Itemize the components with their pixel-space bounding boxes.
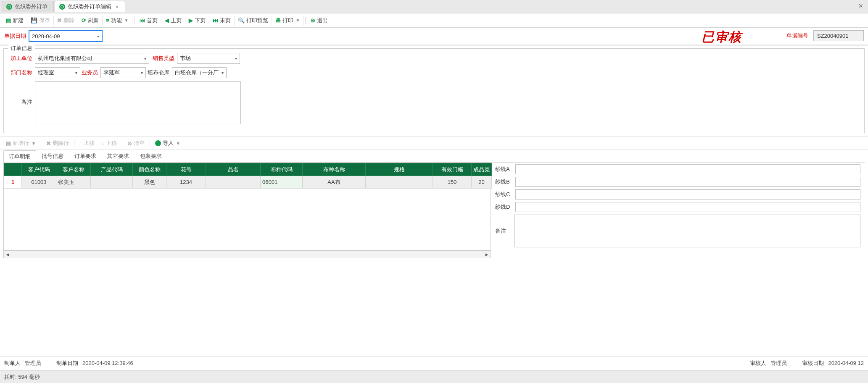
tab-order-detail[interactable]: 订单明细	[3, 150, 36, 163]
tab-label: 色织委外订单编辑	[68, 3, 111, 10]
cell-valid-width[interactable]: 150	[433, 176, 472, 189]
exit-button[interactable]: ⊗退出	[307, 16, 331, 26]
yarn-c-input[interactable]	[515, 189, 860, 199]
function-button[interactable]: ≡功能▼	[103, 16, 132, 26]
yarn-a-label: 纱线A	[495, 165, 515, 173]
exit-icon: ⊗	[311, 17, 315, 24]
footer: 制单人管理员 制单日期2020-04-09 12:39:46 审核人管理员 审核…	[0, 356, 868, 370]
col-product-name[interactable]: 品名	[206, 163, 261, 176]
scroll-right-icon[interactable]: ►	[483, 252, 491, 257]
first-icon: ⏮	[140, 17, 145, 24]
yarn-b-input[interactable]	[515, 177, 860, 187]
cell-color-name[interactable]: 黑色	[133, 176, 166, 189]
maker-label: 制单人	[4, 359, 21, 367]
col-fabric-code[interactable]: 布种代码	[261, 163, 303, 176]
delete-button: ✖删除	[54, 16, 78, 26]
prev-button[interactable]: ◀上页	[161, 16, 185, 26]
new-button[interactable]: ▤新建	[3, 16, 27, 26]
chevron-down-icon: ▾	[95, 34, 99, 39]
col-customer-name[interactable]: 客户名称	[56, 163, 91, 176]
detail-tabs: 订单明细 批号信息 订单要求 其它要求 包装要求	[3, 150, 865, 163]
tab-order-require[interactable]: 订单要求	[69, 150, 102, 162]
delete-icon: ✖	[46, 140, 51, 147]
globe-icon	[155, 140, 161, 146]
bill-date-value: 2020-04-09	[32, 33, 95, 39]
col-pattern-no[interactable]: 花号	[166, 163, 206, 176]
cell-finished-wt[interactable]: 20	[472, 176, 492, 189]
salesman-label: 业务员	[80, 69, 100, 76]
print-button[interactable]: 🖶打印▼	[272, 16, 304, 26]
detail-area: 客户代码 客户名称 产品代码 颜色名称 花号 品名 布种代码 布种名称 规格 有…	[3, 163, 865, 258]
side-remark-label: 备注	[495, 215, 514, 235]
horizontal-scrollbar[interactable]: ◄ ►	[4, 250, 491, 258]
cell-product-name[interactable]	[206, 176, 261, 189]
grid-toolbar: ▤新增行▼ ✖删除行 ↑上移 ↓下移 ⊗清空 导入▼	[0, 136, 868, 150]
cell-rownum[interactable]: 1	[4, 176, 22, 189]
tab-edit[interactable]: 色织委外订单编辑 ×	[55, 1, 125, 12]
auditor-label: 审核人	[750, 359, 766, 367]
cell-customer-name[interactable]: 张美玉	[56, 176, 91, 189]
down-icon: ↓	[101, 140, 104, 147]
side-remark-textarea[interactable]	[514, 215, 860, 247]
sale-type-label: 销售类型	[151, 55, 177, 62]
grey-stock-combo[interactable]: 白坯仓库（一分厂▾	[172, 67, 227, 78]
grid-blank-area	[4, 189, 491, 250]
col-customer-code[interactable]: 客户代码	[22, 163, 56, 176]
chevron-down-icon: ▾	[233, 56, 237, 61]
refresh-button[interactable]: ⟳刷新	[78, 16, 103, 26]
bill-date-combo[interactable]: 2020-04-09 ▾	[29, 30, 103, 42]
last-button[interactable]: ⏭末页	[209, 16, 235, 26]
col-valid-width[interactable]: 有效门幅	[433, 163, 472, 176]
chevron-down-icon: ▾	[139, 71, 143, 75]
cell-pattern-no[interactable]: 1234	[166, 176, 206, 189]
tab-list[interactable]: 色织委外订单	[2, 1, 54, 12]
refresh-icon: ⟳	[82, 17, 86, 24]
col-spec[interactable]: 规格	[366, 163, 433, 176]
dept-label: 部门名称	[9, 69, 35, 76]
cell-customer-code[interactable]: 01003	[22, 176, 56, 189]
first-button[interactable]: ⏮首页	[136, 16, 161, 26]
detail-grid[interactable]: 客户代码 客户名称 产品代码 颜色名称 花号 品名 布种代码 布种名称 规格 有…	[4, 163, 492, 189]
salesman-combo[interactable]: 李延军▾	[100, 67, 146, 78]
chevron-down-icon: ▼	[31, 141, 36, 146]
auditor-value: 管理员	[770, 359, 787, 367]
col-fabric-name[interactable]: 布种名称	[303, 163, 366, 176]
globe-icon	[6, 4, 12, 10]
clear-button: ⊗清空	[124, 138, 148, 148]
yarn-d-input[interactable]	[515, 202, 860, 212]
cell-fabric-code[interactable]: 06001	[261, 176, 303, 189]
delete-icon: ✖	[57, 17, 62, 24]
sale-type-combo[interactable]: 市场▾	[177, 53, 240, 64]
table-row[interactable]: 1 01003 张美玉 黑色 1234 06001 AA布 150 20	[4, 176, 492, 189]
dept-combo[interactable]: 经理室▾	[35, 67, 80, 78]
import-button[interactable]: 导入▼	[152, 138, 184, 148]
tab-batch-info[interactable]: 批号信息	[36, 150, 69, 162]
print-preview-button[interactable]: 🔍打印预览	[235, 16, 272, 26]
col-product-code[interactable]: 产品代码	[91, 163, 133, 176]
docno-group: 单据编号 SZ20040901	[786, 30, 864, 41]
col-finished-wt[interactable]: 成品克	[472, 163, 492, 176]
remark-textarea[interactable]	[35, 81, 241, 124]
clear-icon: ⊗	[127, 140, 132, 147]
close-all-icon[interactable]: ×	[858, 2, 863, 10]
tab-other-require[interactable]: 其它要求	[102, 150, 135, 162]
process-unit-combo[interactable]: 杭州电化集团有限公司▾	[35, 53, 149, 64]
next-button[interactable]: ▶下页	[185, 16, 209, 26]
audit-date-value: 2020-04-09 12	[828, 360, 864, 366]
process-unit-label: 加工单位	[9, 55, 35, 62]
yarn-a-input[interactable]	[515, 164, 860, 174]
scroll-left-icon[interactable]: ◄	[4, 252, 11, 257]
tab-package-require[interactable]: 包装要求	[135, 150, 167, 162]
last-icon: ⏭	[213, 17, 218, 24]
cell-spec[interactable]	[366, 176, 433, 189]
status-text: 耗时: 594 毫秒	[4, 373, 40, 381]
make-date-value: 2020-04-09 12:39:46	[82, 360, 133, 366]
status-bar: 耗时: 594 毫秒	[0, 370, 868, 383]
close-icon[interactable]: ×	[114, 4, 119, 10]
yarn-b-label: 纱线B	[495, 178, 515, 186]
col-color-name[interactable]: 颜色名称	[133, 163, 166, 176]
cell-fabric-name[interactable]: AA布	[303, 176, 366, 189]
separator	[134, 17, 135, 24]
cell-product-code[interactable]	[91, 176, 133, 189]
col-rownum[interactable]	[4, 163, 22, 176]
